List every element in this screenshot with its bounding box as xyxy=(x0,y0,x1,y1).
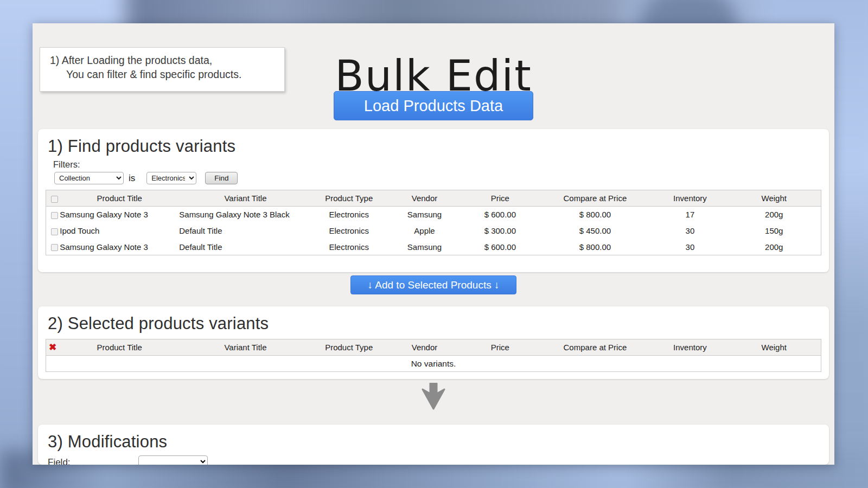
cell-price: $ 600.00 xyxy=(463,239,537,255)
modifications-section: 3) Modifications Field: xyxy=(38,425,829,465)
cell-compare-at-price: $ 800.00 xyxy=(537,207,653,223)
col-price: Price xyxy=(463,190,537,207)
cell-weight: 150g xyxy=(727,223,821,239)
remove-all-icon[interactable]: ✖ xyxy=(46,342,56,352)
filter-field-select[interactable]: Collection xyxy=(54,172,124,184)
col-weight: Weight xyxy=(727,190,821,207)
cell-weight: 200g xyxy=(727,207,821,223)
cell-price: $ 300.00 xyxy=(463,223,537,239)
cell-variant-title: Default Title xyxy=(179,239,311,255)
find-results-table: Product Title Variant Title Product Type… xyxy=(46,190,821,255)
load-products-data-button[interactable]: Load Products Data xyxy=(334,91,533,120)
find-button[interactable]: Find xyxy=(205,172,238,184)
filter-value-select[interactable]: Electronics xyxy=(146,172,196,184)
cell-inventory: 30 xyxy=(653,223,727,239)
selected-products-table: ✖ Product Title Variant Title Product Ty… xyxy=(46,339,821,372)
cell-price: $ 600.00 xyxy=(463,207,537,223)
find-table-header-row: Product Title Variant Title Product Type… xyxy=(46,190,821,207)
table-row: Ipod Touch Default Title Electronics App… xyxy=(46,223,821,239)
selected-table-header-row: ✖ Product Title Variant Title Product Ty… xyxy=(46,339,821,356)
field-label: Field: xyxy=(48,457,71,465)
col-weight: Weight xyxy=(727,339,821,356)
row-checkbox[interactable] xyxy=(51,244,58,251)
down-arrow-icon xyxy=(420,383,447,410)
modification-field-select[interactable] xyxy=(138,455,208,465)
empty-variants-row: No variants. xyxy=(46,356,821,372)
selected-products-section: 2) Selected products variants ✖ Product … xyxy=(38,306,829,379)
filter-row: Collection is Electronics Find xyxy=(38,172,829,184)
select-all-checkbox[interactable] xyxy=(51,196,58,203)
col-variant-title: Variant Title xyxy=(179,339,311,356)
no-variants-text: No variants. xyxy=(46,356,821,372)
selected-section-heading: 2) Selected products variants xyxy=(38,306,829,333)
col-variant-title: Variant Title xyxy=(179,190,311,207)
cell-product-title: Ipod Touch xyxy=(60,223,179,239)
col-price: Price xyxy=(463,339,537,356)
col-compare-at-price: Compare at Price xyxy=(537,190,653,207)
cell-variant-title: Default Title xyxy=(179,223,311,239)
modifications-heading: 3) Modifications xyxy=(38,425,829,452)
cell-compare-at-price: $ 800.00 xyxy=(537,239,653,255)
cell-vendor: Samsung xyxy=(386,207,463,223)
cell-weight: 200g xyxy=(727,239,821,255)
add-to-selected-products-button[interactable]: ↓ Add to Selected Products ↓ xyxy=(350,275,516,294)
cell-vendor: Samsung xyxy=(386,239,463,255)
table-row: Samsung Galaxy Note 3 Samsung Galaxy Not… xyxy=(46,207,821,223)
cell-vendor: Apple xyxy=(386,223,463,239)
cell-compare-at-price: $ 450.00 xyxy=(537,223,653,239)
cell-product-type: Electronics xyxy=(312,239,386,255)
table-row: Samsung Galaxy Note 3 Default Title Elec… xyxy=(46,239,821,255)
col-product-type: Product Type xyxy=(312,190,386,207)
col-product-title: Product Title xyxy=(60,339,179,356)
col-vendor: Vendor xyxy=(386,190,463,207)
app-panel: 1) After Loading the products data, You … xyxy=(33,23,834,465)
col-product-type: Product Type xyxy=(312,339,386,356)
cell-variant-title: Samsung Galaxy Note 3 Black xyxy=(179,207,311,223)
cell-product-title: Samsung Galaxy Note 3 xyxy=(60,239,179,255)
find-products-section: 1) Find products variants Filters: Colle… xyxy=(38,129,829,272)
cell-inventory: 17 xyxy=(653,207,727,223)
col-inventory: Inventory xyxy=(653,190,727,207)
row-checkbox[interactable] xyxy=(51,212,58,219)
col-compare-at-price: Compare at Price xyxy=(537,339,653,356)
cell-inventory: 30 xyxy=(653,239,727,255)
col-product-title: Product Title xyxy=(60,190,179,207)
find-section-heading: 1) Find products variants xyxy=(38,129,829,156)
filter-connector-label: is xyxy=(129,173,135,184)
col-inventory: Inventory xyxy=(653,339,727,356)
filters-label: Filters: xyxy=(38,156,829,171)
cell-product-type: Electronics xyxy=(312,207,386,223)
col-vendor: Vendor xyxy=(386,339,463,356)
row-checkbox[interactable] xyxy=(51,228,58,235)
cell-product-title: Samsung Galaxy Note 3 xyxy=(60,207,179,223)
cell-product-type: Electronics xyxy=(312,223,386,239)
